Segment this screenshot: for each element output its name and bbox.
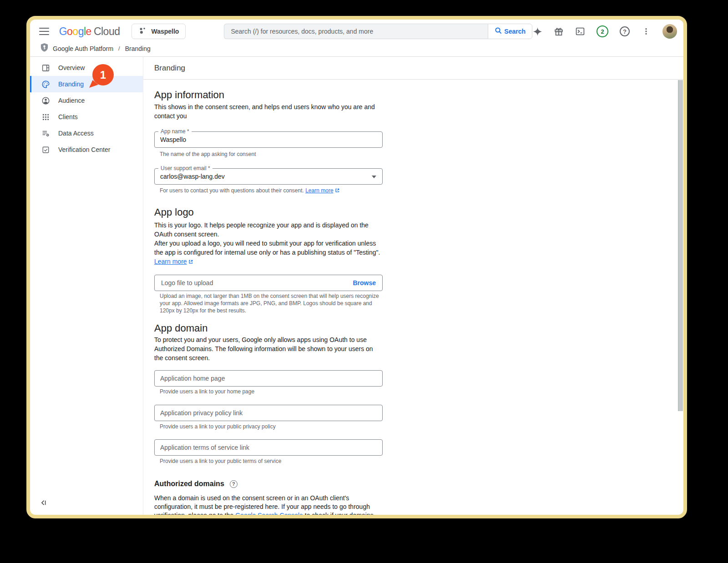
learn-more-label: Learn more xyxy=(154,258,187,265)
home-page-helper: Provide users a link to your home page xyxy=(160,388,383,395)
logo-letter: e xyxy=(86,25,91,38)
support-email-helper-text: For users to contact you with questions … xyxy=(160,187,304,194)
terms-of-service-input[interactable] xyxy=(154,439,383,456)
app-information-description: This shows in the consent screen, and he… xyxy=(154,102,383,121)
search-input[interactable] xyxy=(224,24,488,39)
page-title: Branding xyxy=(143,57,683,80)
sidebar-item-audience[interactable]: Audience xyxy=(30,92,143,109)
search-button[interactable]: Search xyxy=(488,24,532,39)
logo-letter: o xyxy=(72,25,78,38)
more-vertical-icon[interactable] xyxy=(641,26,651,36)
app-information-heading: App information xyxy=(154,89,398,101)
terms-of-service-helper: Provide users a link to your public term… xyxy=(160,457,383,465)
google-search-console-link[interactable]: Google Search Console xyxy=(235,512,303,515)
sidebar-item-label: Data Access xyxy=(58,130,94,137)
project-name: Waspello xyxy=(151,28,179,35)
list-settings-icon xyxy=(41,129,50,138)
authorized-domains-description: When a domain is used on the consent scr… xyxy=(154,494,384,515)
search-button-label: Search xyxy=(504,28,526,35)
main-content: Branding App information This shows in t… xyxy=(143,57,683,515)
user-avatar[interactable] xyxy=(662,24,677,39)
support-email-helper: For users to contact you with questions … xyxy=(160,187,383,194)
breadcrumb: Google Auth Platform / Branding xyxy=(30,43,683,57)
support-email-label: User support email * xyxy=(158,165,212,171)
overview-icon xyxy=(41,63,50,72)
vertical-scrollbar[interactable] xyxy=(678,80,683,411)
sidebar-item-label: Branding xyxy=(58,80,84,88)
logo-letter: g xyxy=(78,25,84,38)
external-link-icon xyxy=(335,188,340,193)
browse-button[interactable]: Browse xyxy=(353,279,376,287)
menu-icon[interactable] xyxy=(39,28,49,35)
app-logo-description-2: After you upload a logo, you will need t… xyxy=(154,239,383,257)
global-search: Search xyxy=(224,24,532,39)
sidebar-item-verification-center[interactable]: Verification Center xyxy=(30,141,143,158)
browser-window: Google Cloud Waspello Search xyxy=(26,16,687,518)
auth-platform-shield-icon xyxy=(40,43,49,54)
external-link-icon xyxy=(188,259,193,264)
search-icon xyxy=(495,27,502,36)
palette-icon xyxy=(41,80,50,89)
sidebar-item-clients[interactable]: Clients xyxy=(30,109,143,125)
sidebar-item-branding[interactable]: Branding xyxy=(30,76,143,92)
chevron-down-icon[interactable] xyxy=(372,176,376,178)
home-page-input[interactable] xyxy=(154,370,383,387)
sidebar-item-data-access[interactable]: Data Access xyxy=(30,125,143,141)
app-name-helper: The name of the app asking for consent xyxy=(160,151,383,158)
sidebar-item-label: Verification Center xyxy=(58,146,110,153)
logo-cloud-text: Cloud xyxy=(94,25,120,38)
person-icon xyxy=(41,96,50,105)
sidebar-item-label: Overview xyxy=(58,64,85,71)
logo-upload-field[interactable]: Logo file to upload Browse xyxy=(154,275,383,291)
app-name-field: App name * xyxy=(154,131,383,148)
learn-more-label: Learn more xyxy=(305,187,333,194)
sidebar-item-label: Audience xyxy=(58,97,85,104)
google-cloud-logo[interactable]: Google Cloud xyxy=(59,25,120,38)
privacy-policy-helper: Provide users a link to your public priv… xyxy=(160,423,383,430)
help-circle-icon[interactable]: ? xyxy=(230,480,238,488)
app-logo-learn-more-link[interactable]: Learn more xyxy=(154,258,193,265)
app-name-label: App name * xyxy=(158,128,192,135)
page-title-text: Branding xyxy=(154,64,185,73)
privacy-policy-input[interactable] xyxy=(154,405,383,421)
authorized-domains-heading: Authorized domains xyxy=(154,480,224,488)
privacy-policy-field xyxy=(154,405,383,421)
gift-icon[interactable] xyxy=(554,26,564,36)
logo-letter: o xyxy=(67,25,72,38)
sidebar-item-overview[interactable]: Overview xyxy=(30,60,143,76)
header-actions: 2 ? xyxy=(532,24,677,39)
sidebar-nav: Overview Branding Audience Clients xyxy=(30,57,143,515)
logo-letter: G xyxy=(59,25,67,38)
project-selector[interactable]: Waspello xyxy=(131,24,186,39)
logo-upload-helper: Upload an image, not larger than 1MB on … xyxy=(160,292,383,314)
collapse-sidebar-icon[interactable] xyxy=(40,499,48,508)
logo-upload-placeholder: Logo file to upload xyxy=(161,279,213,287)
grid-icon xyxy=(41,112,50,121)
gemini-sparkle-icon[interactable] xyxy=(532,26,542,36)
support-email-learn-more-link[interactable]: Learn more xyxy=(305,187,339,194)
app-logo-heading: App logo xyxy=(154,206,398,219)
cloud-shell-icon[interactable] xyxy=(575,26,585,36)
breadcrumb-root[interactable]: Google Auth Platform xyxy=(53,45,113,52)
support-email-field: User support email * xyxy=(154,168,383,185)
app-domain-description: To protect you and your users, Google on… xyxy=(154,335,383,362)
project-icon xyxy=(138,26,147,36)
help-icon[interactable]: ? xyxy=(620,26,630,36)
sidebar-item-label: Clients xyxy=(58,113,78,121)
app-logo-learn-more: Learn more xyxy=(154,257,383,266)
checkbox-check-icon xyxy=(41,145,50,154)
home-page-field xyxy=(154,370,383,387)
breadcrumb-current: Branding xyxy=(125,45,151,52)
top-app-bar: Google Cloud Waspello Search xyxy=(30,20,683,43)
breadcrumb-separator: / xyxy=(118,45,120,52)
terms-of-service-field xyxy=(154,439,383,456)
app-logo-description-1: This is your logo. It helps people recog… xyxy=(154,221,383,239)
authorized-domains-header: Authorized domains ? xyxy=(154,480,398,488)
cloud-shell-sessions-badge[interactable]: 2 xyxy=(597,25,608,37)
app-domain-heading: App domain xyxy=(154,322,398,335)
